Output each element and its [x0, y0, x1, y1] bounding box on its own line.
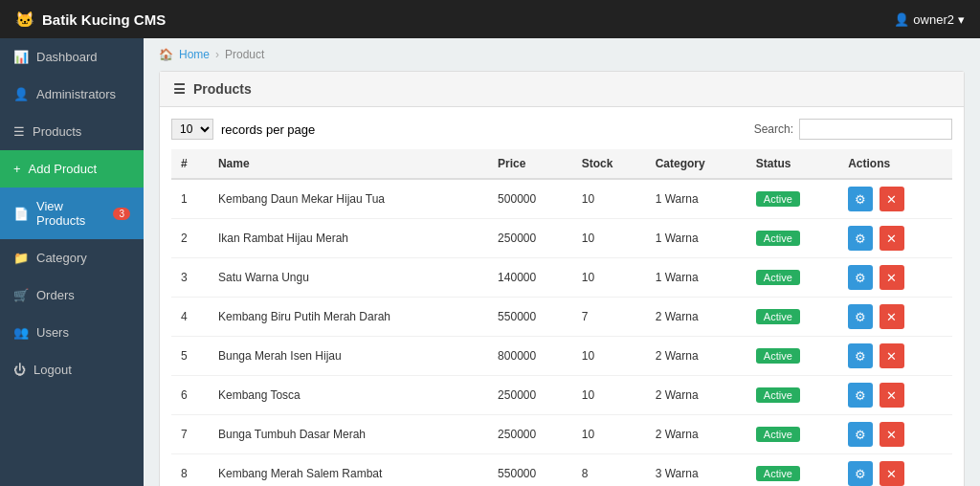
delete-button[interactable]: ✕: [880, 226, 904, 251]
cell-category: 2 Warna: [646, 298, 746, 337]
cell-status: Active: [746, 415, 838, 454]
breadcrumb: 🏠 Home › Product: [159, 48, 965, 61]
cell-stock: 8: [572, 454, 646, 487]
edit-button[interactable]: ⚙: [848, 343, 873, 368]
table-row: 1 Kembang Daun Mekar Hijau Tua 500000 10…: [171, 179, 952, 219]
cell-price: 250000: [488, 219, 572, 258]
cell-price: 250000: [488, 415, 572, 454]
records-per-page-label: records per page: [221, 122, 315, 137]
sidebar-item-products[interactable]: ☰ Products: [0, 113, 144, 150]
top-header: 🐱 Batik Kucing CMS 👤 owner2 ▾: [0, 0, 980, 38]
delete-button[interactable]: ✕: [880, 383, 904, 408]
sidebar-label-orders: Orders: [36, 288, 75, 302]
delete-button[interactable]: ✕: [880, 265, 904, 290]
edit-button[interactable]: ⚙: [848, 422, 873, 447]
cell-category: 2 Warna: [646, 337, 746, 376]
records-per-page: 10 25 50 records per page: [171, 119, 315, 140]
cell-category: 2 Warna: [646, 415, 746, 454]
edit-button[interactable]: ⚙: [848, 265, 873, 290]
cell-actions: ⚙ ✕: [838, 376, 952, 415]
table-row: 7 Bunga Tumbuh Dasar Merah 250000 10 2 W…: [171, 415, 952, 454]
sidebar-label-add-product: Add Product: [29, 162, 98, 176]
status-badge: Active: [756, 466, 800, 481]
panel-body: 10 25 50 records per page Search:: [160, 107, 964, 486]
col-name: Name: [209, 149, 488, 179]
table-controls: 10 25 50 records per page Search:: [171, 119, 952, 140]
edit-button[interactable]: ⚙: [848, 383, 873, 408]
cell-name: Bunga Merah Isen Hijau: [209, 337, 488, 376]
table-row: 5 Bunga Merah Isen Hijau 800000 10 2 War…: [171, 337, 952, 376]
cell-price: 800000: [488, 337, 572, 376]
sidebar-item-add-product[interactable]: + Add Product: [0, 150, 144, 188]
breadcrumb-home[interactable]: Home: [179, 48, 210, 61]
cell-status: Active: [746, 337, 838, 376]
cell-stock: 10: [572, 376, 646, 415]
cell-num: 3: [171, 258, 209, 298]
cell-price: 250000: [488, 376, 572, 415]
administrators-icon: 👤: [13, 87, 29, 101]
status-badge: Active: [756, 270, 800, 285]
cell-stock: 10: [572, 219, 646, 258]
users-icon: 👥: [13, 325, 29, 340]
cell-status: Active: [746, 298, 838, 337]
sidebar-item-users[interactable]: 👥 Users: [0, 314, 144, 351]
table-body: 1 Kembang Daun Mekar Hijau Tua 500000 10…: [171, 179, 952, 486]
products-icon: ☰: [13, 124, 25, 139]
table-row: 8 Kembang Merah Salem Rambat 550000 8 3 …: [171, 454, 952, 487]
view-products-badge: 3: [113, 208, 130, 220]
records-per-page-select[interactable]: 10 25 50: [171, 119, 213, 140]
delete-button[interactable]: ✕: [880, 304, 904, 329]
view-products-icon: 📄: [13, 207, 29, 221]
sidebar-label-products: Products: [33, 124, 81, 139]
sidebar-item-category[interactable]: 📁 Category: [0, 239, 144, 276]
sidebar: 📊 Dashboard 👤 Administrators ☰ Products …: [0, 38, 144, 486]
delete-button[interactable]: ✕: [880, 422, 904, 447]
edit-button[interactable]: ⚙: [848, 226, 873, 251]
delete-button[interactable]: ✕: [880, 461, 904, 486]
table-row: 3 Satu Warna Ungu 140000 10 1 Warna Acti…: [171, 258, 952, 298]
table-row: 2 Ikan Rambat Hijau Merah 250000 10 1 Wa…: [171, 219, 952, 258]
cell-stock: 10: [572, 415, 646, 454]
panel-title: Products: [193, 81, 252, 97]
user-menu[interactable]: 👤 owner2 ▾: [894, 12, 965, 27]
edit-button[interactable]: ⚙: [848, 461, 873, 486]
cell-price: 500000: [488, 179, 572, 219]
cell-num: 1: [171, 179, 209, 219]
sidebar-item-orders[interactable]: 🛒 Orders: [0, 276, 144, 314]
cell-name: Ikan Rambat Hijau Merah: [209, 219, 488, 258]
chevron-down-icon: ▾: [958, 12, 965, 27]
cell-actions: ⚙ ✕: [838, 219, 952, 258]
cell-status: Active: [746, 258, 838, 298]
cell-name: Bunga Tumbuh Dasar Merah: [209, 415, 488, 454]
cell-price: 140000: [488, 258, 572, 298]
sidebar-label-category: Category: [36, 251, 87, 265]
search-label: Search:: [754, 122, 793, 136]
sidebar-item-view-products[interactable]: 📄 View Products 3: [0, 188, 144, 239]
add-icon: +: [13, 162, 21, 176]
category-icon: 📁: [13, 251, 29, 265]
panel-icon: ☰: [173, 81, 186, 97]
sidebar-item-dashboard[interactable]: 📊 Dashboard: [0, 38, 144, 76]
cell-price: 550000: [488, 298, 572, 337]
edit-button[interactable]: ⚙: [848, 304, 873, 329]
dashboard-icon: 📊: [13, 50, 29, 64]
sidebar-label-administrators: Administrators: [36, 87, 116, 101]
cell-actions: ⚙ ✕: [838, 337, 952, 376]
sidebar-label-logout: Logout: [33, 363, 72, 377]
status-badge: Active: [756, 387, 800, 403]
col-status: Status: [746, 149, 838, 179]
delete-button[interactable]: ✕: [880, 187, 904, 211]
brand-title: Batik Kucing CMS: [42, 11, 166, 28]
edit-button[interactable]: ⚙: [848, 187, 873, 211]
logout-icon: ⏻: [13, 363, 26, 377]
brand-icon: 🐱: [15, 11, 34, 29]
search-input[interactable]: [799, 119, 952, 140]
delete-button[interactable]: ✕: [880, 343, 904, 368]
cell-name: Kembang Merah Salem Rambat: [209, 454, 488, 487]
status-badge: Active: [756, 191, 800, 207]
cell-stock: 10: [572, 258, 646, 298]
sidebar-item-administrators[interactable]: 👤 Administrators: [0, 76, 144, 113]
cell-name: Kembang Biru Putih Merah Darah: [209, 298, 488, 337]
sidebar-item-logout[interactable]: ⏻ Logout: [0, 351, 144, 388]
cell-num: 4: [171, 298, 209, 337]
